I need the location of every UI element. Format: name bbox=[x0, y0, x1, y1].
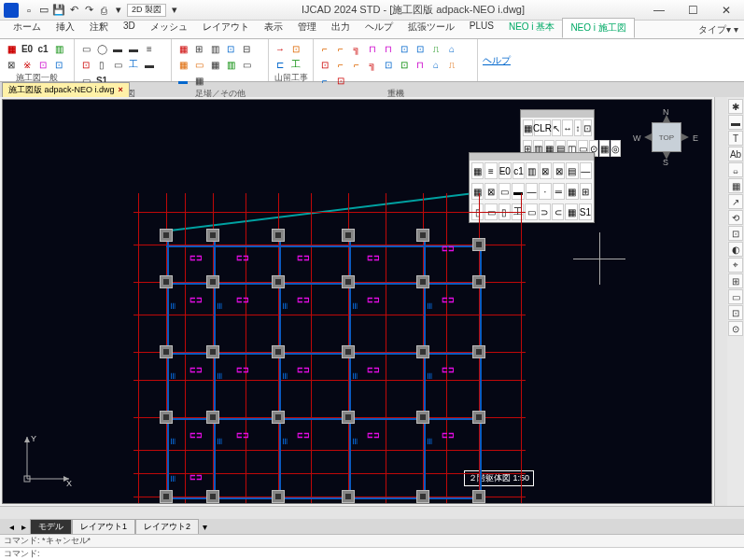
ribbon-icon[interactable]: ▭ bbox=[110, 57, 125, 72]
ribbon-tab[interactable]: NEO i 施工図 bbox=[562, 18, 634, 38]
vertical-scrollbar[interactable] bbox=[714, 97, 727, 506]
palette-icon[interactable]: ⊠ bbox=[540, 162, 552, 179]
tab-nav-left-icon[interactable]: ◂ bbox=[6, 522, 18, 532]
ribbon-icon[interactable]: ≡ bbox=[142, 41, 157, 56]
qat-more-icon[interactable]: ▾ bbox=[168, 4, 181, 17]
close-tab-icon[interactable]: × bbox=[119, 85, 123, 94]
palette-icon[interactable]: CLR bbox=[534, 119, 551, 136]
ribbon-icon[interactable]: ⌐ bbox=[349, 57, 364, 72]
ribbon-icon[interactable]: ⌐ bbox=[333, 41, 348, 56]
viewcube-top[interactable]: TOP bbox=[652, 122, 681, 152]
ribbon-icon[interactable]: ▥ bbox=[207, 41, 222, 56]
qat-new-icon[interactable]: ▫ bbox=[22, 4, 35, 17]
drawing-canvas[interactable]: TOP N S E W ▦CLR↖↔↕⊡ ⊞▥▦▤◫▭⊙▦◎ ▦≡E0c1▥⊠⊠… bbox=[2, 99, 712, 504]
ribbon-icon[interactable]: ▦ bbox=[175, 41, 190, 56]
palette-icon[interactable]: ▭ bbox=[525, 203, 537, 220]
ribbon-icon[interactable]: ╗ bbox=[349, 41, 364, 56]
side-tool-icon[interactable]: ↗ bbox=[728, 194, 743, 209]
qat-open-icon[interactable]: ▭ bbox=[37, 4, 50, 17]
palette-icon[interactable]: ⊠ bbox=[484, 183, 497, 200]
ribbon-icon[interactable]: ⊡ bbox=[288, 41, 303, 56]
layout2-tab[interactable]: レイアウト2 bbox=[135, 519, 199, 534]
ribbon-icon[interactable]: ⊡ bbox=[78, 57, 93, 72]
tab-add-icon[interactable]: ▾ bbox=[199, 522, 211, 532]
ribbon-icon[interactable]: ⊡ bbox=[413, 41, 428, 56]
ribbon-icon[interactable]: ▥ bbox=[51, 41, 66, 56]
model-tab[interactable]: モデル bbox=[30, 519, 72, 534]
ribbon-tab[interactable]: 管理 bbox=[290, 18, 324, 38]
ribbon-icon[interactable]: ⊡ bbox=[51, 57, 66, 72]
ribbon-icon[interactable]: ⊓ bbox=[413, 57, 428, 72]
ribbon-icon[interactable]: ⊠ bbox=[4, 57, 19, 72]
palette-icon[interactable]: ▦ bbox=[565, 203, 577, 220]
palette-icon[interactable]: ▬ bbox=[512, 183, 524, 200]
ribbon-icon[interactable]: → bbox=[273, 41, 288, 56]
palette-icon[interactable]: ═ bbox=[553, 183, 565, 200]
ribbon-icon[interactable]: ▦ bbox=[4, 41, 19, 56]
ribbon-icon[interactable]: ⎍ bbox=[428, 41, 443, 56]
ribbon-tab[interactable]: 3D bbox=[116, 18, 143, 38]
ribbon-icon[interactable]: ⊡ bbox=[381, 57, 396, 72]
ribbon-icon[interactable]: ◯ bbox=[94, 41, 109, 56]
palette-icon[interactable]: ∙ bbox=[539, 183, 551, 200]
ribbon-tab[interactable]: 注釈 bbox=[82, 18, 116, 38]
ribbon-tab[interactable]: メッシュ bbox=[143, 18, 195, 38]
ribbon-icon[interactable]: ⊡ bbox=[35, 57, 50, 72]
qat-undo-icon[interactable]: ↶ bbox=[67, 4, 80, 17]
side-tool-icon[interactable]: T bbox=[728, 131, 743, 146]
ribbon-icon[interactable]: ⊡ bbox=[223, 41, 238, 56]
command-input[interactable]: コマンド: bbox=[0, 547, 744, 560]
qat-redo-icon[interactable]: ↷ bbox=[82, 4, 95, 17]
side-tool-icon[interactable]: ⟲ bbox=[728, 210, 743, 225]
palette-icon[interactable]: ▦ bbox=[599, 140, 610, 157]
minimize-button[interactable]: — bbox=[645, 4, 673, 17]
side-tool-icon[interactable]: ⊡ bbox=[728, 305, 743, 320]
ribbon-icon[interactable]: 工 bbox=[288, 57, 303, 72]
palette-icon[interactable]: E0 bbox=[498, 162, 512, 179]
ribbon-icon[interactable]: ⊡ bbox=[333, 73, 348, 88]
side-tool-icon[interactable]: ⊙ bbox=[728, 321, 743, 336]
ribbon-icon[interactable]: ▭ bbox=[78, 41, 93, 56]
palette-icon[interactable]: ⊞ bbox=[580, 183, 592, 200]
palette-icon[interactable]: ▦ bbox=[566, 183, 578, 200]
ribbon-icon[interactable]: ▬ bbox=[110, 41, 125, 56]
ribbon-icon[interactable]: ▦ bbox=[191, 73, 206, 88]
side-tool-icon[interactable]: ⏛ bbox=[728, 162, 743, 177]
ribbon-tab[interactable]: ヘルプ bbox=[358, 18, 400, 38]
side-tool-icon[interactable]: ⌖ bbox=[728, 258, 743, 273]
palette-icon[interactable]: ▤ bbox=[566, 162, 578, 179]
ribbon-icon[interactable]: ▭ bbox=[191, 57, 206, 72]
ribbon-tab[interactable]: 挿入 bbox=[49, 18, 82, 38]
ribbon-icon[interactable]: E0 bbox=[20, 41, 35, 56]
palette-icon[interactable]: ⊂ bbox=[552, 203, 564, 220]
side-tool-icon[interactable]: ✱ bbox=[728, 99, 743, 114]
ribbon-icon[interactable]: ▬ bbox=[126, 41, 141, 56]
ribbon-icon[interactable]: ▦ bbox=[175, 57, 190, 72]
maximize-button[interactable]: ☐ bbox=[679, 4, 707, 17]
ribbon-icon[interactable]: ⊓ bbox=[365, 41, 380, 56]
side-tool-icon[interactable]: ▬ bbox=[728, 115, 743, 130]
ribbon-icon[interactable]: ⌂ bbox=[444, 41, 459, 56]
side-tool-icon[interactable]: Ab bbox=[728, 147, 743, 161]
palette-icon[interactable]: — bbox=[526, 183, 538, 200]
document-tab[interactable]: 施工図版 adpack-NEO i.dwg × bbox=[2, 82, 130, 98]
palette-icon[interactable]: ▦ bbox=[471, 162, 484, 179]
palette-icon[interactable]: ⊠ bbox=[553, 162, 565, 179]
ribbon-tab[interactable]: 表示 bbox=[257, 18, 290, 38]
palette-icon[interactable]: c1 bbox=[512, 162, 525, 179]
palette-icon[interactable]: ▦ bbox=[523, 119, 533, 136]
ribbon-icon[interactable]: ▬ bbox=[142, 57, 157, 72]
side-tool-icon[interactable]: ◐ bbox=[728, 242, 743, 257]
palette-icon[interactable]: ◎ bbox=[611, 140, 621, 157]
side-tool-icon[interactable]: ⊞ bbox=[728, 273, 743, 288]
type-selector[interactable]: タイプ▾ ▾ bbox=[693, 21, 744, 38]
ribbon-icon[interactable]: c1 bbox=[35, 41, 50, 56]
workspace-selector[interactable]: 2D 製図 bbox=[127, 4, 166, 17]
ribbon-icon[interactable]: ╗ bbox=[365, 57, 380, 72]
ribbon-icon[interactable]: ⌐ bbox=[317, 41, 332, 56]
ribbon-icon[interactable]: ⊓ bbox=[381, 41, 396, 56]
palette-icon[interactable]: ⊃ bbox=[539, 203, 551, 220]
horizontal-scrollbar[interactable] bbox=[0, 506, 744, 519]
tab-nav-right-icon[interactable]: ▸ bbox=[18, 522, 30, 532]
palette-icon[interactable]: ≡ bbox=[484, 162, 497, 179]
